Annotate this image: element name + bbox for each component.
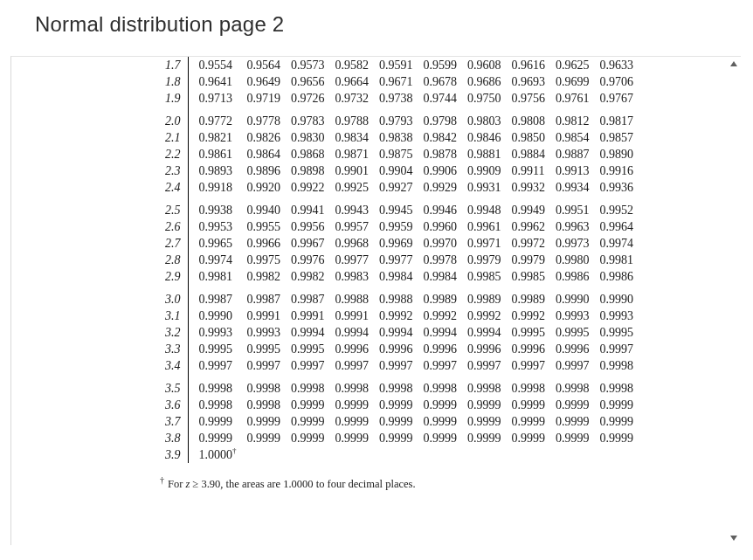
z-cell: 0.9678 bbox=[418, 73, 463, 90]
z-cell: 0.9968 bbox=[330, 235, 375, 252]
z-cell: 0.9993 bbox=[550, 308, 595, 324]
z-cell: 0.9998 bbox=[507, 374, 551, 397]
z-cell: 0.9999 bbox=[595, 430, 639, 446]
z-cell: 0.9989 bbox=[507, 285, 551, 308]
z-cell: 0.9767 bbox=[595, 90, 639, 107]
z-cell: 0.9732 bbox=[330, 90, 375, 107]
z-cell: 0.9788 bbox=[330, 107, 375, 129]
z-cell: 0.9999 bbox=[462, 397, 507, 413]
z-cell: 0.9989 bbox=[418, 285, 463, 308]
z-cell: 0.9972 bbox=[507, 235, 551, 252]
z-value: 3.6 bbox=[160, 397, 188, 413]
z-cell: 0.9931 bbox=[462, 179, 507, 196]
z-cell: 0.9956 bbox=[286, 218, 330, 235]
table-row: 3.80.99990.99990.99990.99990.99990.99990… bbox=[160, 430, 639, 446]
z-cell: 0.9985 bbox=[507, 268, 551, 285]
z-cell: 0.9994 bbox=[374, 324, 418, 341]
z-value: 3.9 bbox=[160, 446, 188, 463]
z-cell: 0.9973 bbox=[550, 235, 595, 252]
z-cell: 0.9999 bbox=[462, 430, 507, 446]
z-value: 2.1 bbox=[160, 129, 188, 146]
z-cell: 0.9992 bbox=[418, 308, 463, 324]
z-value: 2.2 bbox=[160, 146, 188, 162]
z-cell: 0.9625 bbox=[550, 57, 595, 73]
z-cell: 0.9641 bbox=[188, 73, 242, 90]
z-value: 3.3 bbox=[160, 341, 188, 357]
z-cell: 0.9953 bbox=[188, 218, 242, 235]
z-cell: 0.9906 bbox=[418, 162, 463, 179]
z-value: 3.5 bbox=[160, 374, 188, 397]
z-cell: 0.9999 bbox=[188, 430, 242, 446]
table-row: 2.00.97720.97780.97830.97880.97930.97980… bbox=[160, 107, 639, 129]
z-cell: 0.9969 bbox=[374, 235, 418, 252]
z-value: 2.3 bbox=[160, 162, 188, 179]
z-value: 3.8 bbox=[160, 430, 188, 446]
z-cell: 0.9817 bbox=[595, 107, 639, 129]
z-cell: 0.9750 bbox=[462, 90, 507, 107]
z-cell: 0.9999 bbox=[242, 413, 287, 430]
z-cell: 0.9980 bbox=[550, 252, 595, 268]
table-row: 1.90.97130.97190.97260.97320.97380.97440… bbox=[160, 90, 639, 107]
z-cell: 0.9922 bbox=[286, 179, 330, 196]
z-cell: 0.9719 bbox=[242, 90, 287, 107]
z-cell: 0.9573 bbox=[286, 57, 330, 73]
table-row: 2.70.99650.99660.99670.99680.99690.99700… bbox=[160, 235, 639, 252]
z-cell bbox=[462, 446, 507, 463]
z-cell: 0.9997 bbox=[188, 357, 242, 374]
z-cell: 0.9999 bbox=[188, 413, 242, 430]
table-row: 2.20.98610.98640.98680.98710.98750.98780… bbox=[160, 146, 639, 162]
z-cell: 0.9999 bbox=[418, 397, 463, 413]
z-cell: 0.9991 bbox=[330, 308, 375, 324]
z-cell: 0.9998 bbox=[462, 374, 507, 397]
z-value: 2.0 bbox=[160, 107, 188, 129]
z-cell: 0.9948 bbox=[462, 196, 507, 218]
z-cell: 0.9979 bbox=[462, 252, 507, 268]
z-value: 1.7 bbox=[160, 57, 188, 73]
z-cell: 0.9998 bbox=[418, 374, 463, 397]
z-cell: 0.9997 bbox=[418, 357, 463, 374]
z-cell bbox=[595, 446, 639, 463]
z-cell: 0.9993 bbox=[595, 308, 639, 324]
z-cell: 0.9967 bbox=[286, 235, 330, 252]
z-cell: 0.9656 bbox=[286, 73, 330, 90]
z-cell: 0.9998 bbox=[595, 357, 639, 374]
z-cell: 0.9999 bbox=[374, 413, 418, 430]
z-cell: 0.9996 bbox=[418, 341, 463, 357]
z-cell: 0.9995 bbox=[595, 324, 639, 341]
z-cell: 0.9916 bbox=[595, 162, 639, 179]
z-cell: 0.9999 bbox=[507, 397, 551, 413]
z-cell: 0.9999 bbox=[418, 413, 463, 430]
table-row: 3.30.99950.99950.99950.99960.99960.99960… bbox=[160, 341, 639, 357]
z-cell: 0.9904 bbox=[374, 162, 418, 179]
document-viewer: 1.70.95540.95640.95730.95820.95910.95990… bbox=[10, 56, 741, 545]
z-cell: 0.9554 bbox=[188, 57, 242, 73]
table-row: 2.10.98210.98260.98300.98340.98380.98420… bbox=[160, 129, 639, 146]
z-cell: 0.9999 bbox=[286, 397, 330, 413]
z-cell: 0.9945 bbox=[374, 196, 418, 218]
z-cell: 0.9981 bbox=[595, 252, 639, 268]
scroll-pane[interactable]: 1.70.95540.95640.95730.95820.95910.95990… bbox=[11, 57, 741, 545]
z-cell: 0.9994 bbox=[330, 324, 375, 341]
z-cell: 0.9999 bbox=[507, 413, 551, 430]
z-cell: 0.9941 bbox=[286, 196, 330, 218]
z-cell: 0.9964 bbox=[595, 218, 639, 235]
z-cell: 0.9920 bbox=[242, 179, 287, 196]
z-cell: 0.9706 bbox=[595, 73, 639, 90]
z-cell: 0.9871 bbox=[330, 146, 375, 162]
z-cell: 0.9987 bbox=[286, 285, 330, 308]
z-cell: 0.9756 bbox=[507, 90, 551, 107]
z-cell: 0.9649 bbox=[242, 73, 287, 90]
z-cell: 0.9838 bbox=[374, 129, 418, 146]
z-cell: 0.9977 bbox=[330, 252, 375, 268]
z-cell: 0.9909 bbox=[462, 162, 507, 179]
z-value: 3.2 bbox=[160, 324, 188, 341]
z-cell: 0.9783 bbox=[286, 107, 330, 129]
z-cell: 0.9996 bbox=[507, 341, 551, 357]
z-cell: 0.9793 bbox=[374, 107, 418, 129]
z-cell: 0.9984 bbox=[418, 268, 463, 285]
z-cell: 0.9995 bbox=[507, 324, 551, 341]
z-cell: 0.9878 bbox=[418, 146, 463, 162]
z-cell: 0.9854 bbox=[550, 129, 595, 146]
z-cell: 0.9761 bbox=[550, 90, 595, 107]
z-cell: 0.9982 bbox=[242, 268, 287, 285]
